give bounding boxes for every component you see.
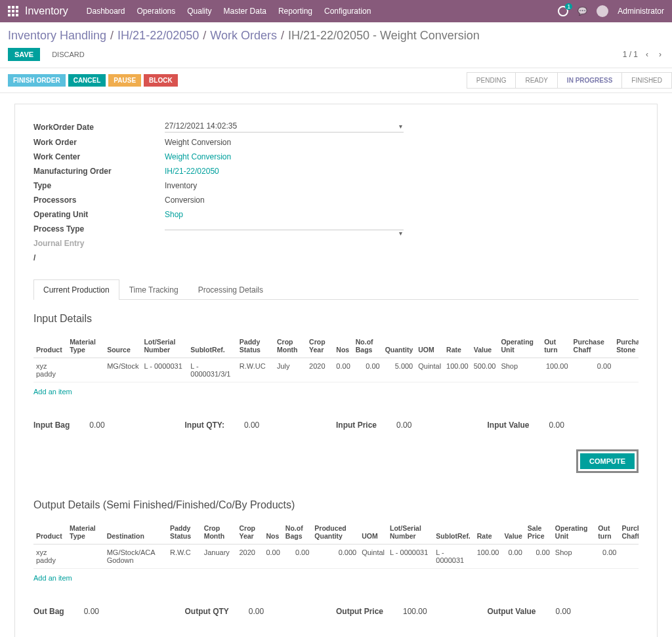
pager-prev-icon[interactable]: ‹ [643,49,651,60]
menu-reporting[interactable]: Reporting [278,7,312,16]
label-processors: Processors [33,195,165,205]
stage-finished[interactable]: FINISHED [622,72,672,89]
app-title: Inventory [25,5,68,17]
label-type: Type [33,181,165,190]
input-totals: Input Bag0.00 Input QTY:0.00 Input Price… [15,401,657,436]
menu-configuration[interactable]: Configuration [324,7,371,16]
actions-row: SAVE DISCARD 1 / 1 ‹ › [0,45,672,68]
menu-operations[interactable]: Operations [137,7,176,16]
label-slash: / [33,253,165,262]
value-processors: Conversion [165,195,404,205]
pause-button[interactable]: PAUSE [108,74,141,87]
label-work-center: Work Center [33,152,165,161]
stage-pending[interactable]: PENDING [467,72,516,89]
input-details-title: Input Details [33,313,639,325]
value-work-order: Weight Conversion [165,138,404,147]
label-ptype: Process Type [33,224,165,234]
main-menu: Dashboard Operations Quality Master Data… [87,7,371,16]
stages: PENDING READY IN PROGRESS FINISHED [467,72,672,89]
apps-icon[interactable] [8,6,18,16]
status-bar: FINISH ORDER CANCEL PAUSE BLOCK PENDING … [0,68,672,93]
label-mo: Manufacturing Order [33,167,165,176]
table-row[interactable]: xyz paddyMG/Stock/ACA GodownR.W.CJanuary… [33,545,639,569]
pager-next-icon[interactable]: › [656,49,664,60]
input-table: ProductMaterial TypeSourceLot/Serial Num… [33,334,639,382]
output-details-title: Output Details (Semi Finished/Finished/C… [33,499,639,511]
label-workorder-date: WorkOrder Date [33,123,165,132]
tab-time-tracking[interactable]: Time Tracking [119,279,188,300]
save-button[interactable]: SAVE [8,48,40,61]
stage-ready[interactable]: READY [516,72,557,89]
crumb-order[interactable]: IH/21-22/02050 [117,29,199,43]
menu-dashboard[interactable]: Dashboard [87,7,125,16]
link-mo[interactable]: IH/21-22/02050 [165,167,404,176]
label-journal: Journal Entry [33,239,165,248]
compute-frame: COMPUTE [576,449,639,473]
input-ptype[interactable]: ▾ [165,228,404,230]
label-work-order: Work Order [33,138,165,147]
pager-text: 1 / 1 [623,50,638,59]
chevron-down-icon[interactable]: ▾ [399,123,402,130]
tabs: Current Production Time Tracking Process… [33,279,639,300]
username[interactable]: Administrator [618,7,664,16]
output-totals: Out Bag0.00 Output QTY0.00 Output Price1… [15,587,657,623]
finish-order-button[interactable]: FINISH ORDER [8,74,66,87]
add-output-item[interactable]: Add an item [15,569,657,587]
tab-current-production[interactable]: Current Production [33,279,119,300]
output-details-section: Output Details (Semi Finished/Finished/C… [15,486,657,569]
output-table: ProductMaterial TypeDestinationPaddy Sta… [33,520,639,569]
menu-quality[interactable]: Quality [187,7,211,16]
menu-masterdata[interactable]: Master Data [224,7,266,16]
topbar: Inventory Dashboard Operations Quality M… [0,0,672,22]
block-button[interactable]: BLOCK [144,74,178,87]
link-work-center[interactable]: Weight Conversion [165,152,404,161]
add-input-item[interactable]: Add an item [15,382,657,401]
stage-inprogress[interactable]: IN PROGRESS [558,72,622,89]
compute-button[interactable]: COMPUTE [580,453,635,469]
discard-button[interactable]: DISCARD [45,48,91,61]
crumb-workorders[interactable]: Work Orders [210,29,277,43]
cancel-button[interactable]: CANCEL [68,74,106,87]
label-ou: Operating Unit [33,210,165,219]
chat-icon[interactable]: 💬 [578,7,587,16]
crumb-current: IH/21-22/02050 - Weight Conversion [288,29,480,43]
table-row[interactable]: xyz paddyMG/StockL - 0000031L - 0000031/… [33,358,639,382]
value-type: Inventory [165,181,404,190]
crumb-root[interactable]: Inventory Handling [8,29,106,43]
breadcrumb: Inventory Handling/ IH/21-22/02050/ Work… [0,22,672,45]
input-details-section: Input Details ProductMaterial TypeSource… [15,300,657,382]
tab-processing-details[interactable]: Processing Details [188,279,273,300]
input-workorder-date[interactable]: 27/12/2021 14:02:35▾ [165,121,404,133]
form-sheet: WorkOrder Date27/12/2021 14:02:35▾ Work … [14,104,658,637]
notification-icon[interactable] [558,6,568,16]
link-ou[interactable]: Shop [165,210,404,219]
pager: 1 / 1 ‹ › [623,49,664,60]
chevron-down-icon[interactable]: ▾ [399,230,402,237]
avatar[interactable] [597,5,608,17]
